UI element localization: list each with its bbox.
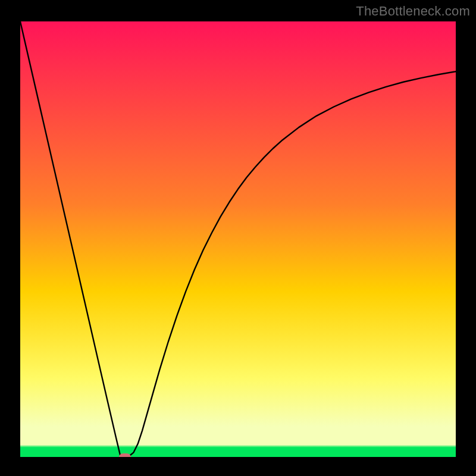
minimum-marker	[119, 453, 131, 457]
plot-area	[20, 21, 456, 457]
outer-frame: TheBottleneck.com	[0, 0, 476, 476]
watermark-text: TheBottleneck.com	[356, 4, 470, 19]
bottleneck-curve	[20, 21, 456, 457]
